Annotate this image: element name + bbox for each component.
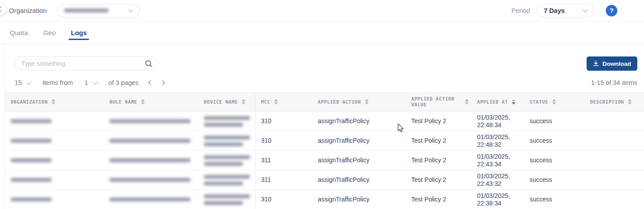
search-input[interactable] [15, 56, 158, 70]
mcc-cell: 311 [255, 151, 312, 170]
sort-icon[interactable] [242, 99, 245, 104]
period-label: Period [511, 7, 530, 14]
chevron-left-icon [0, 7, 4, 12]
applied-action-cell: assignTrafficPolicy [312, 151, 405, 170]
mcc-cell: 311 [255, 170, 312, 190]
device-name-cell [198, 190, 255, 209]
table-row[interactable]: 311 assignTrafficPolicy Test Policy 2 01… [5, 170, 644, 190]
applied-action-cell: assignTrafficPolicy [312, 112, 405, 131]
column-header-description[interactable]: DESCRIPTION [574, 92, 644, 112]
device-name-cell [198, 131, 255, 151]
column-header-mcc[interactable]: MCC [255, 92, 312, 112]
download-button[interactable]: Download [587, 56, 638, 71]
chevron-down-icon [128, 7, 133, 12]
tab-geo[interactable]: Geo [43, 21, 56, 44]
tab-bar: Quota Geo Logs [0, 21, 644, 44]
mcc-cell: 310 [255, 190, 312, 209]
device-name-cell [198, 170, 255, 190]
applied-action-cell: assignTrafficPolicy [312, 170, 405, 190]
search-wrap [15, 56, 158, 70]
organization-select[interactable] [57, 4, 140, 17]
table-header-row: ORGANIZATION RULE NAME DEVICE NAME MCC A… [5, 92, 644, 112]
organization-cell [5, 151, 104, 170]
device-name-cell [198, 151, 255, 170]
toolbar: Download [5, 45, 644, 71]
tab-logs[interactable]: Logs [71, 21, 87, 44]
app-screen: Organization Period 7 Days ? Quota Geo L… [0, 0, 644, 209]
page-number-value: 1 [85, 79, 88, 86]
rule-name-cell [104, 112, 198, 131]
sort-icon[interactable] [465, 99, 469, 104]
mcc-cell: 310 [255, 131, 312, 151]
logs-panel: Download 15 Items from 1 of 3 pages 1-15… [4, 45, 644, 209]
column-header-rule-name[interactable]: RULE NAME [104, 92, 198, 112]
sort-icon[interactable] [52, 99, 55, 104]
applied-at-cell: 01/03/2025, 22:43:32 [471, 170, 524, 190]
status-cell: success [524, 170, 574, 190]
page-select[interactable]: 1 [85, 79, 97, 86]
applied-action-value-cell: Test Policy 2 [405, 151, 471, 170]
sort-icon-active[interactable] [512, 99, 515, 104]
column-header-organization[interactable]: ORGANIZATION [5, 92, 104, 112]
applied-action-value-cell: Test Policy 2 [405, 170, 471, 190]
applied-at-cell: 01/03/2025, 22:48:34 [471, 112, 524, 131]
column-header-device-name[interactable]: DEVICE NAME [198, 92, 255, 112]
description-cell [574, 170, 644, 190]
organization-cell [5, 112, 104, 131]
mcc-cell: 310 [255, 112, 312, 131]
description-cell [574, 112, 644, 131]
page-size-select[interactable]: 15 [15, 79, 31, 86]
items-from-label: Items from [42, 79, 73, 86]
period-value: 7 Days [544, 7, 565, 14]
pagination-bar: 15 Items from 1 of 3 pages 1-15 of 34 it… [5, 71, 644, 92]
help-button[interactable]: ? [606, 5, 617, 16]
column-header-status[interactable]: STATUS [524, 92, 574, 112]
column-header-applied-at[interactable]: APPLIED AT [471, 92, 524, 112]
applied-action-cell: assignTrafficPolicy [312, 190, 405, 209]
question-mark-icon: ? [609, 7, 613, 14]
rule-name-cell [104, 131, 198, 151]
period-select[interactable]: 7 Days [536, 4, 594, 17]
of-pages-label: of 3 pages [109, 79, 139, 86]
status-cell: success [524, 131, 574, 151]
redacted-organization-value [64, 8, 109, 12]
sort-icon[interactable] [365, 99, 369, 104]
status-cell: success [524, 190, 574, 209]
description-cell [574, 131, 644, 151]
sort-icon[interactable] [141, 99, 145, 104]
applied-at-cell: 01/03/2025, 22:38:34 [471, 190, 524, 209]
table-row[interactable]: 310 assignTrafficPolicy Test Policy 2 01… [5, 112, 644, 131]
device-name-cell [198, 112, 255, 131]
page-size-value: 15 [15, 79, 22, 86]
sort-icon[interactable] [274, 99, 278, 104]
table-row[interactable]: 311 assignTrafficPolicy Test Policy 2 01… [5, 151, 644, 170]
applied-action-cell: assignTrafficPolicy [312, 131, 405, 151]
download-icon [593, 60, 599, 67]
sort-icon[interactable] [552, 99, 556, 104]
description-cell [574, 151, 644, 170]
applied-action-value-cell: Test Policy 2 [405, 131, 471, 151]
applied-action-value-cell: Test Policy 2 [405, 112, 471, 131]
organization-cell [5, 131, 104, 151]
status-cell: success [524, 151, 574, 170]
search-icon [145, 60, 153, 68]
sort-icon[interactable] [628, 99, 632, 104]
organization-label: Organization [9, 7, 47, 14]
rule-name-cell [104, 190, 198, 209]
chevron-down-icon [582, 7, 587, 12]
sidebar-collapse-button[interactable] [0, 3, 7, 16]
applied-at-cell: 01/03/2025, 22:48:32 [471, 131, 524, 151]
previous-page-button[interactable] [149, 80, 154, 85]
logs-table: ORGANIZATION RULE NAME DEVICE NAME MCC A… [5, 92, 644, 209]
table-row[interactable]: 310 assignTrafficPolicy Test Policy 2 01… [5, 131, 644, 151]
organization-cell [5, 190, 104, 209]
applied-at-cell: 01/03/2025, 22:43:34 [471, 151, 524, 170]
chevron-down-icon [93, 80, 97, 84]
table-row[interactable]: 310 assignTrafficPolicy Test Policy 2 01… [5, 190, 644, 209]
column-header-applied-action-value[interactable]: APPLIED ACTION VALUE [405, 92, 471, 112]
tab-quota[interactable]: Quota [10, 21, 28, 44]
rule-name-cell [104, 151, 198, 170]
status-cell: success [524, 112, 574, 131]
rule-name-cell [104, 170, 198, 190]
column-header-applied-action[interactable]: APPLIED ACTION [312, 92, 405, 112]
